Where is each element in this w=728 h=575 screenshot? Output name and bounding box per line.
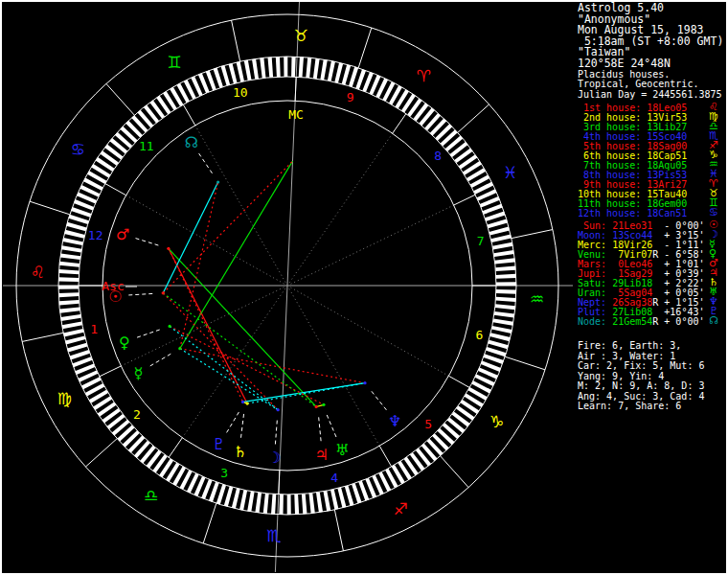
planet-list-glyph: ☊ — [709, 315, 718, 326]
planet-name: Node: — [578, 316, 612, 327]
header-line-6: Placidus houses. — [578, 70, 670, 80]
summary-line-4: M: 2, N: 9, A: 8, D: 3 — [578, 381, 704, 391]
planet-row-node: Node: 21Gem54R + 0°00'☊ — [578, 317, 704, 327]
summary-line-5: Ang: 4, Suc: 3, Cad: 4 — [578, 392, 704, 402]
summary-line-6: Learn: 7, Share: 6 — [578, 402, 681, 411]
planet-velocity: + 0°00' — [658, 316, 704, 327]
astrolog-window: ♈♉♊♋♌♍♎♏♐♑♒♓123456789101112☉☽☿♀♂♃♄♅♆♇☊As… — [0, 0, 728, 575]
header-line-5: 120°58E 24°48N — [578, 58, 671, 70]
planet-position: 21Gem54 — [612, 316, 652, 327]
summary-line-0: Fire: 6, Earth: 3, — [578, 341, 681, 351]
summary-line-1: Air : 3, Water: 1 — [578, 352, 675, 361]
house-row-12: 12th house: 18Can51♋ — [578, 209, 687, 218]
info-panel: Astrolog 5.40"Anonymous"Mon August 15, 1… — [0, 0, 728, 575]
summary-line-3: Yang: 9, Yin: 4 — [578, 372, 664, 381]
summary-line-2: Car: 2, Fix: 5, Mut: 6 — [578, 361, 704, 371]
header-line-7: Tropical, Geocentric. — [578, 80, 698, 89]
header-line-8: Julian Day = 2445561.3875 — [578, 90, 722, 100]
house-label: 12th house: 18Can51 — [578, 208, 687, 218]
house-sign-glyph: ♋ — [709, 207, 718, 218]
